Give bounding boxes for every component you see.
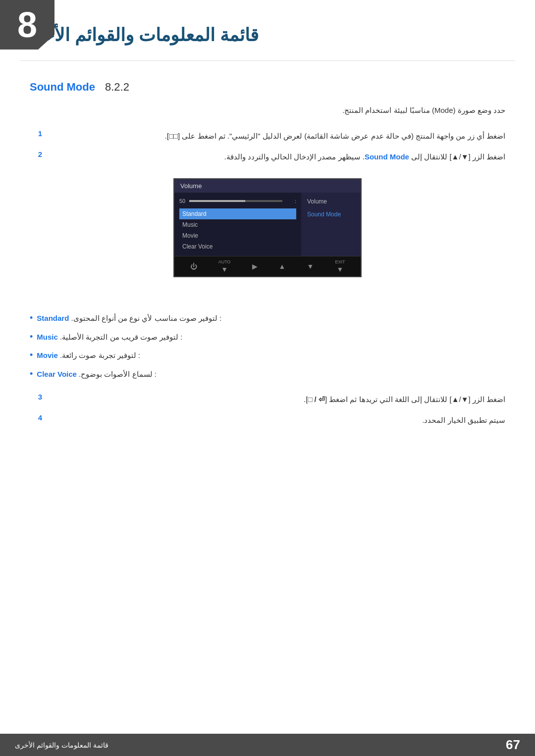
tv-toolbar-up: ▲ [279,262,286,270]
tv-toolbar-exit: EXIT ▼ [335,259,345,273]
step-2-content: اضغط الزر [▼/▲] للانتقال إلى Sound Mode.… [224,152,505,161]
section-title: Sound Mode [30,81,95,94]
bullet-movie-desc: : لتوفير تجربة صوت رائعة. [60,351,140,359]
tv-menu-right: : 50 Standard Music Movie Clear Voice [174,193,301,256]
bullet-music: : لتوفير صوت قريب من التجربة الأصلية. Mu… [30,331,505,344]
volume-bar-fill [189,200,245,202]
bullet-dot-3: • [30,350,33,360]
tv-toolbar-auto: AUTO ▼ [218,259,231,273]
section-title-row: 8.2.2 Sound Mode [0,66,535,99]
step-3-text: اضغط الزر [▼/▲] للانتقال إلى اللغة التي … [47,393,505,406]
tv-menu-body: Volume Sound Mode : 50 Standard Music [174,193,361,256]
step-2-text: اضغط الزر [▼/▲] للانتقال إلى Sound Mode.… [47,150,505,163]
footer-title: قائمة المعلومات والقوائم الأخرى [15,741,108,749]
bullet-standard-term: Standard [37,314,69,322]
bullet-movie-text: : لتوفير تجربة صوت رائعة. Movie [37,349,140,362]
bullet-standard-text: : لتوفير صوت مناسب لأي نوع من أنواع المح… [37,312,221,325]
sound-mode-standard: Standard [179,208,296,219]
page-footer: 67 قائمة المعلومات والقوائم الأخرى [0,734,535,756]
sound-mode-clearvoice: Clear Voice [179,241,296,252]
section-number: 8.2.2 [105,81,129,94]
steps-after-content: اضغط الزر [▼/▲] للانتقال إلى اللغة التي … [0,390,535,444]
tv-toolbar-power: ⏻ [190,262,197,270]
chapter-number: 8 [17,7,37,43]
step-2-row: اضغط الزر [▼/▲] للانتقال إلى Sound Mode.… [30,150,505,163]
bullet-clearvoice-term: Clear Voice [37,370,77,378]
bullet-music-text: : لتوفير صوت قريب من التجربة الأصلية. Mu… [37,331,182,344]
tv-toolbar-power-icon: ⏻ [190,262,197,270]
step-1-number: 1 [30,129,42,138]
tv-toolbar-auto-icon: ▼ [221,265,228,273]
header-divider [20,60,515,61]
step-3-content: اضغط الزر [▼/▲] للانتقال إلى اللغة التي … [304,395,505,403]
bullet-dot-2: • [30,332,33,342]
tv-soundmode-item: Sound Mode [301,208,361,221]
bullet-dot-4: • [30,369,33,379]
tv-toolbar: EXIT ▼ ▼ ▲ ▶ AUTO ▼ ⏻ [174,256,361,276]
tv-toolbar-down: ▼ [307,262,314,270]
tv-toolbar-auto-label: AUTO [218,259,231,264]
volume-bar [189,200,282,202]
bullet-music-term: Music [37,333,58,341]
bullet-section: : لتوفير صوت مناسب لأي نوع من أنواع المح… [0,312,535,380]
bullet-movie-term: Movie [37,351,58,359]
intro-text: حدد وضع صورة (Mode) مناسبًا لبيئة استخدا… [30,103,505,117]
volume-colon: : [286,198,296,204]
tv-menu-left: Volume Sound Mode [301,193,361,256]
sound-modes: Standard Music Movie Clear Voice [174,207,301,253]
sound-mode-movie: Movie [179,230,296,241]
bullet-clearvoice-desc: : لسماع الأصوات بوضوح. [79,370,157,378]
content-area: حدد وضع صورة (Mode) مناسبًا لبيئة استخدا… [0,99,535,302]
step-2-number: 2 [30,150,42,158]
step-4-number: 4 [30,413,42,422]
step-1-row: اضغط أي زر من واجهة المنتج (في حالة عدم … [30,129,505,143]
bullet-music-desc: : لتوفير صوت قريب من التجربة الأصلية. [60,333,182,341]
step-1-content: اضغط أي زر من واجهة المنتج (في حالة عدم … [165,132,505,140]
step-3-row: اضغط الزر [▼/▲] للانتقال إلى اللغة التي … [30,393,505,406]
tv-toolbar-down-icon: ▼ [307,262,314,270]
bullet-standard-desc: : لتوفير صوت مناسب لأي نوع من أنواع المح… [71,314,222,322]
sound-mode-music: Music [179,219,296,230]
tv-toolbar-play: ▶ [252,262,258,270]
step-4-text: سيتم تطبيق الخيار المحدد. [47,413,505,427]
tv-toolbar-up-icon: ▲ [279,262,286,270]
bullet-movie: : لتوفير تجربة صوت رائعة. Movie • [30,349,505,362]
chapter-number-box: 8 [0,0,54,50]
tv-toolbar-play-icon: ▶ [252,262,258,270]
step-4-content: سيتم تطبيق الخيار المحدد. [422,416,505,424]
bullet-clearvoice: : لسماع الأصوات بوضوح. Clear Voice • [30,368,505,381]
step-3-number: 3 [30,393,42,401]
tv-menu-header: Volume [174,179,361,193]
bullet-clearvoice-text: : لسماع الأصوات بوضوح. Clear Voice [37,368,157,381]
footer-page-number: 67 [506,737,520,753]
volume-number: 50 [179,198,185,204]
step-1-text: اضغط أي زر من واجهة المنتج (في حالة عدم … [47,129,505,143]
bullet-dot-1: • [30,313,33,323]
tv-screen: Volume Volume Sound Mode : 50 Standa [173,178,362,277]
bullet-standard: : لتوفير صوت مناسب لأي نوع من أنواع المح… [30,312,505,325]
page-header: 8 قائمة المعلومات والقوائم الأخرى [0,0,535,55]
tv-toolbar-exit-icon: ▼ [337,265,344,273]
step-4-row: سيتم تطبيق الخيار المحدد. 4 [30,413,505,427]
tv-toolbar-exit-label: EXIT [335,259,345,264]
chapter-title: قائمة المعلومات والقوائم الأخرى [20,15,515,46]
tv-volume-item: Volume [301,195,361,208]
tv-screen-container: Volume Volume Sound Mode : 50 Standa [30,171,505,285]
volume-row: : 50 [174,195,301,207]
